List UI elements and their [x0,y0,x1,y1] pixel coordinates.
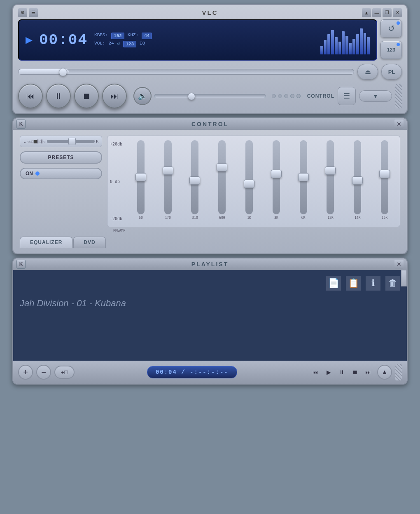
eq-slider-col: 3K [264,140,289,223]
pl-pause-button[interactable]: ⏸ [336,366,348,378]
settings-icon[interactable]: ⚙ [18,8,27,17]
pl-stop-button[interactable]: ⏹ [349,366,361,378]
volume-thumb[interactable] [188,93,195,100]
playlist-add-button[interactable]: + [18,365,33,380]
dot-5 [296,94,301,98]
eq-freq-label-14K: 14K [355,216,360,220]
minimize-icon[interactable]: ▲ [362,8,371,17]
volume-slider[interactable] [154,94,266,98]
maximize-icon[interactable]: — [372,8,381,17]
presets-button[interactable]: PRESETS [20,151,102,164]
playlist-title-bar: K PLAYLIST ✕ [13,258,407,270]
eq-slider-track-6K[interactable] [300,140,307,214]
title-bar-left-icons: ⚙ ☰ [18,8,38,17]
kbps-value: 192 [111,33,124,39]
khz-label: KHZ: [128,33,138,39]
menu-btn-icon: ☰ [343,92,350,101]
eq-slider-thumb-1K[interactable] [244,180,254,188]
balance-thumb[interactable] [68,138,76,145]
on-button[interactable]: ON [20,168,102,179]
playlist-close-button[interactable]: ✕ [394,260,404,269]
eq-slider-track-310[interactable] [191,140,198,214]
balance-slider[interactable] [47,140,94,143]
pl-label: PL [388,69,395,75]
vol-label: VOL: [94,41,105,47]
delete-button[interactable]: 🗑 [385,276,400,291]
spectrum-bar [331,30,334,55]
eq-tabs: EQUALIZER DVD [20,237,400,248]
spectrum-bar [352,39,355,55]
eq-tab-equalizer[interactable]: EQUALIZER [20,237,72,248]
next-button[interactable]: ⏭ [102,84,127,108]
balance-icons: ◁◁❒⬛▌❒▌◁ [27,140,45,143]
playlist-toggle-button[interactable]: PL [381,64,402,80]
eq-slider-thumb-16K[interactable] [379,170,390,178]
eq-slider-track-600[interactable] [218,140,226,214]
progress-bar[interactable] [18,69,354,75]
db-label-bot: -20db [110,216,125,221]
dot-2 [278,94,282,98]
restore-icon[interactable]: ❐ [383,8,392,17]
panel-k-button[interactable]: K [16,120,26,129]
eq-slider-thumb-170[interactable] [163,167,173,175]
eq-slider-thumb-6K[interactable] [298,173,309,181]
kbps-row: KBPS: 192 KHZ: 44 [94,33,152,39]
eq-slider-track-16K[interactable] [381,140,388,214]
stop-button[interactable]: ⏹ [74,84,99,108]
playlist-addfiles-button[interactable]: +□ [54,366,75,379]
eq-slider-track-60[interactable] [137,140,145,214]
scrollbar-thumb[interactable] [401,270,407,286]
new-file-button[interactable]: 📄 [326,276,341,291]
dots-indicator [272,94,301,98]
numbering-button[interactable]: 123 [380,41,402,59]
eq-slider-track-3K[interactable] [273,140,280,214]
eq-slider-track-14K[interactable] [354,140,361,214]
eq-slider-track-12K[interactable] [327,140,334,214]
prev-button[interactable]: ⏮ [18,84,43,108]
close-icon[interactable]: ✕ [393,8,402,17]
eq-slider-track-170[interactable] [164,140,172,214]
eq-slider-col: 170 [155,140,181,223]
eq-slider-thumb-60[interactable] [135,173,146,181]
eq-slider-col: 60 [128,140,154,223]
menu-icon[interactable]: ☰ [29,8,38,17]
eq-slider-thumb-310[interactable] [189,176,200,185]
eq-slider-col: 16K [372,140,397,223]
control-panel-title: CONTROL [191,121,229,127]
pause-button[interactable]: ⏸ [46,84,71,108]
copy-button[interactable]: 📋 [346,276,361,291]
vol-value: 24 [108,41,114,47]
control-dropdown-button[interactable]: ▼ [359,90,392,102]
addfiles-label: +□ [61,369,68,376]
eq-label: EQ [140,41,145,47]
eq-slider-track-1K[interactable] [245,140,253,214]
info-button[interactable]: ℹ [366,276,380,291]
new-file-icon: 📄 [328,278,339,289]
eject-button[interactable]: ⏏ [357,64,378,80]
eq-freq-label-12K: 12K [327,216,333,220]
spectrum-bar [367,37,370,54]
pl-volume-button[interactable]: ▲ [377,365,392,380]
pl-next-button[interactable]: ⏭ [362,366,374,378]
pl-prev-button[interactable]: ⏮ [310,366,321,378]
eq-slider-thumb-14K[interactable] [352,176,363,185]
menu-button[interactable]: ☰ [338,87,356,105]
volume-icon-button[interactable]: 🔈 [133,87,152,105]
dot-4 [290,94,294,98]
playlist-panel: K PLAYLIST ✕ 📄 📋 ℹ 🗑 Jah Division - 01 -… [12,258,408,385]
eq-slider-thumb-3K[interactable] [271,170,282,178]
eq-tab-dvd[interactable]: DVD [73,237,105,248]
eq-slider-thumb-600[interactable] [217,163,227,171]
playlist-content: 📄 📋 ℹ 🗑 Jah Division - 01 - Kubana [13,270,407,361]
repeat-button[interactable]: ↺ [380,19,402,38]
pl-play-button[interactable]: ▶ [323,366,334,378]
playlist-scrollbar[interactable] [401,270,407,361]
playlist-transport: ⏮ ▶ ⏸ ⏹ ⏭ [310,366,374,378]
control-panel-close-button[interactable]: ✕ [394,120,404,129]
spectrum-bar [356,34,359,54]
playlist-remove-button[interactable]: − [36,365,51,380]
pause-icon: ⏸ [54,92,63,101]
eq-slider-thumb-12K[interactable] [325,167,336,175]
playlist-k-button[interactable]: K [16,260,26,269]
progress-thumb[interactable] [59,68,67,76]
